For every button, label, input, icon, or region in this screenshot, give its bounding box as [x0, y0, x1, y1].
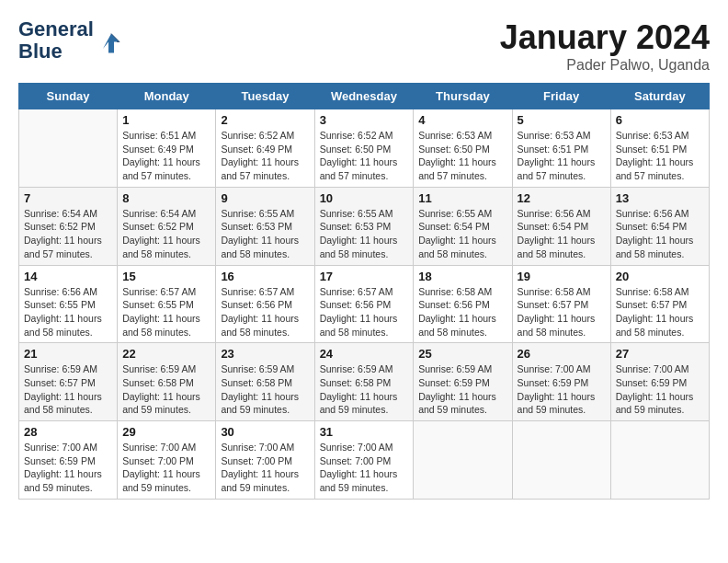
day-number: 26 — [518, 347, 606, 361]
calendar-cell — [610, 421, 709, 500]
calendar-cell: 14Sunrise: 6:56 AMSunset: 6:55 PMDayligh… — [19, 265, 118, 343]
month-title: January 2024 — [500, 18, 710, 57]
day-info: Sunrise: 6:53 AMSunset: 6:50 PMDaylight:… — [418, 129, 506, 183]
weekday-header: Thursday — [414, 84, 512, 109]
calendar-cell: 10Sunrise: 6:55 AMSunset: 6:53 PMDayligh… — [314, 187, 414, 265]
day-info: Sunrise: 6:57 AMSunset: 6:55 PMDaylight:… — [122, 285, 210, 339]
day-number: 20 — [616, 270, 704, 283]
day-number: 1 — [122, 113, 210, 127]
day-info: Sunrise: 6:59 AMSunset: 6:57 PMDaylight:… — [24, 362, 112, 417]
calendar-cell: 1Sunrise: 6:51 AMSunset: 6:49 PMDaylight… — [118, 109, 216, 188]
calendar-cell: 7Sunrise: 6:54 AMSunset: 6:52 PMDaylight… — [19, 187, 118, 265]
calendar-cell: 31Sunrise: 7:00 AMSunset: 7:00 PMDayligh… — [314, 421, 414, 500]
day-info: Sunrise: 6:58 AMSunset: 6:57 PMDaylight:… — [518, 285, 606, 339]
day-info: Sunrise: 7:00 AMSunset: 7:00 PMDaylight:… — [221, 441, 309, 495]
day-info: Sunrise: 6:58 AMSunset: 6:57 PMDaylight:… — [616, 285, 704, 339]
calendar-cell: 8Sunrise: 6:54 AMSunset: 6:52 PMDaylight… — [118, 187, 216, 265]
calendar-cell — [512, 421, 610, 500]
day-number: 10 — [320, 191, 409, 205]
day-number: 4 — [418, 113, 506, 127]
day-info: Sunrise: 6:54 AMSunset: 6:52 PMDaylight:… — [122, 207, 210, 261]
day-info: Sunrise: 6:59 AMSunset: 6:58 PMDaylight:… — [221, 362, 309, 417]
day-number: 2 — [221, 113, 309, 127]
day-info: Sunrise: 6:58 AMSunset: 6:56 PMDaylight:… — [418, 285, 506, 339]
calendar-cell: 19Sunrise: 6:58 AMSunset: 6:57 PMDayligh… — [512, 265, 610, 343]
day-info: Sunrise: 6:57 AMSunset: 6:56 PMDaylight:… — [320, 285, 409, 339]
day-info: Sunrise: 6:56 AMSunset: 6:54 PMDaylight:… — [616, 207, 704, 261]
day-number: 11 — [418, 191, 506, 205]
day-info: Sunrise: 6:55 AMSunset: 6:53 PMDaylight:… — [320, 207, 409, 261]
day-number: 24 — [320, 347, 409, 361]
calendar-cell: 13Sunrise: 6:56 AMSunset: 6:54 PMDayligh… — [610, 187, 709, 265]
day-info: Sunrise: 7:00 AMSunset: 7:00 PMDaylight:… — [122, 441, 210, 495]
calendar-cell: 5Sunrise: 6:53 AMSunset: 6:51 PMDaylight… — [512, 109, 610, 188]
location-subtitle: Pader Palwo, Uganda — [500, 57, 710, 74]
calendar-cell — [19, 109, 118, 188]
calendar-cell: 9Sunrise: 6:55 AMSunset: 6:53 PMDaylight… — [216, 187, 314, 265]
weekday-header: Friday — [512, 84, 610, 109]
calendar-week-row: 21Sunrise: 6:59 AMSunset: 6:57 PMDayligh… — [19, 343, 710, 421]
day-number: 18 — [418, 270, 506, 283]
day-number: 5 — [518, 113, 606, 127]
logo-text: GeneralBlue — [18, 18, 94, 63]
calendar-cell: 30Sunrise: 7:00 AMSunset: 7:00 PMDayligh… — [216, 421, 314, 500]
calendar-cell: 29Sunrise: 7:00 AMSunset: 7:00 PMDayligh… — [118, 421, 216, 500]
day-number: 29 — [122, 425, 210, 439]
day-number: 25 — [418, 347, 506, 361]
calendar-cell: 21Sunrise: 6:59 AMSunset: 6:57 PMDayligh… — [19, 343, 118, 421]
calendar-cell: 4Sunrise: 6:53 AMSunset: 6:50 PMDaylight… — [414, 109, 512, 188]
day-info: Sunrise: 6:52 AMSunset: 6:50 PMDaylight:… — [320, 129, 409, 183]
day-info: Sunrise: 6:54 AMSunset: 6:52 PMDaylight:… — [24, 207, 112, 261]
day-number: 30 — [221, 425, 309, 439]
day-info: Sunrise: 6:56 AMSunset: 6:54 PMDaylight:… — [518, 207, 606, 261]
day-info: Sunrise: 6:55 AMSunset: 6:54 PMDaylight:… — [418, 207, 506, 261]
day-number: 6 — [616, 113, 704, 127]
weekday-header: Sunday — [19, 84, 118, 109]
day-info: Sunrise: 6:53 AMSunset: 6:51 PMDaylight:… — [616, 129, 704, 183]
weekday-header: Wednesday — [314, 84, 414, 109]
day-info: Sunrise: 7:00 AMSunset: 6:59 PMDaylight:… — [518, 362, 606, 417]
calendar-cell: 26Sunrise: 7:00 AMSunset: 6:59 PMDayligh… — [512, 343, 610, 421]
calendar-cell: 22Sunrise: 6:59 AMSunset: 6:58 PMDayligh… — [118, 343, 216, 421]
weekday-header: Saturday — [610, 84, 709, 109]
calendar-week-row: 14Sunrise: 6:56 AMSunset: 6:55 PMDayligh… — [19, 265, 710, 343]
calendar-cell: 17Sunrise: 6:57 AMSunset: 6:56 PMDayligh… — [314, 265, 414, 343]
day-number: 19 — [518, 270, 606, 283]
day-number: 16 — [221, 270, 309, 283]
day-number: 23 — [221, 347, 309, 361]
day-number: 28 — [24, 425, 112, 439]
logo-icon — [97, 27, 125, 54]
day-number: 17 — [320, 270, 409, 283]
day-number: 31 — [320, 425, 409, 439]
day-info: Sunrise: 7:00 AMSunset: 7:00 PMDaylight:… — [320, 441, 409, 495]
day-number: 7 — [24, 191, 112, 205]
calendar-cell: 16Sunrise: 6:57 AMSunset: 6:56 PMDayligh… — [216, 265, 314, 343]
calendar-cell: 18Sunrise: 6:58 AMSunset: 6:56 PMDayligh… — [414, 265, 512, 343]
day-number: 3 — [320, 113, 409, 127]
day-info: Sunrise: 6:51 AMSunset: 6:49 PMDaylight:… — [122, 129, 210, 183]
day-number: 9 — [221, 191, 309, 205]
day-info: Sunrise: 6:53 AMSunset: 6:51 PMDaylight:… — [518, 129, 606, 183]
calendar-week-row: 7Sunrise: 6:54 AMSunset: 6:52 PMDaylight… — [19, 187, 710, 265]
day-info: Sunrise: 6:57 AMSunset: 6:56 PMDaylight:… — [221, 285, 309, 339]
calendar-cell: 2Sunrise: 6:52 AMSunset: 6:49 PMDaylight… — [216, 109, 314, 188]
calendar-cell: 28Sunrise: 7:00 AMSunset: 6:59 PMDayligh… — [19, 421, 118, 500]
calendar-cell: 20Sunrise: 6:58 AMSunset: 6:57 PMDayligh… — [610, 265, 709, 343]
day-info: Sunrise: 6:59 AMSunset: 6:58 PMDaylight:… — [122, 362, 210, 417]
day-info: Sunrise: 6:59 AMSunset: 6:59 PMDaylight:… — [418, 362, 506, 417]
day-number: 8 — [122, 191, 210, 205]
weekday-header: Monday — [118, 84, 216, 109]
weekday-header: Tuesday — [216, 84, 314, 109]
calendar-cell: 27Sunrise: 7:00 AMSunset: 6:59 PMDayligh… — [610, 343, 709, 421]
day-number: 15 — [122, 270, 210, 283]
day-number: 22 — [122, 347, 210, 361]
calendar-week-row: 1Sunrise: 6:51 AMSunset: 6:49 PMDaylight… — [19, 109, 710, 188]
day-info: Sunrise: 7:00 AMSunset: 6:59 PMDaylight:… — [24, 441, 112, 495]
day-number: 27 — [616, 347, 704, 361]
day-number: 21 — [24, 347, 112, 361]
day-number: 13 — [616, 191, 704, 205]
day-info: Sunrise: 6:59 AMSunset: 6:58 PMDaylight:… — [320, 362, 409, 417]
calendar-cell: 23Sunrise: 6:59 AMSunset: 6:58 PMDayligh… — [216, 343, 314, 421]
calendar-week-row: 28Sunrise: 7:00 AMSunset: 6:59 PMDayligh… — [19, 421, 710, 500]
page-header: GeneralBlue January 2024 Pader Palwo, Ug… — [18, 18, 710, 74]
